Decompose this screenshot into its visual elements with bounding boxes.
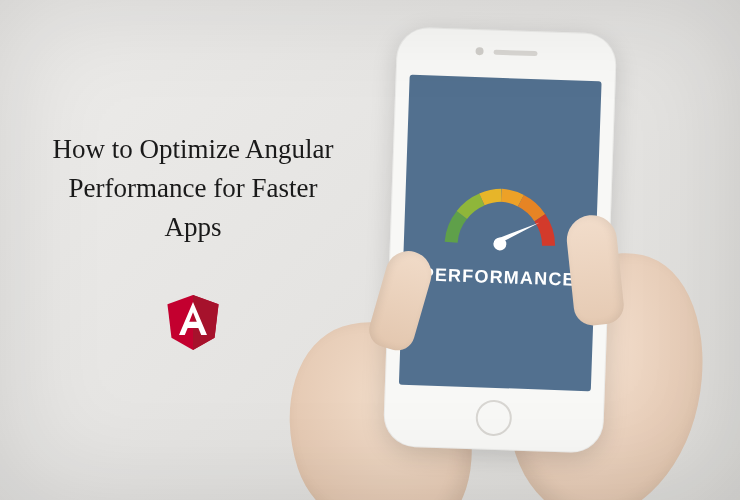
right-thumb	[564, 213, 625, 328]
performance-label: PERFORMANCE	[421, 264, 576, 290]
performance-gauge-icon	[435, 176, 568, 255]
phone-camera-icon	[475, 47, 483, 55]
angular-logo-icon	[165, 295, 221, 355]
phone-speaker-icon	[493, 49, 537, 56]
phone-held-in-hands: PERFORMANCE	[300, 20, 680, 500]
phone-top-sensors	[475, 47, 537, 57]
phone-home-button-icon	[475, 399, 512, 436]
